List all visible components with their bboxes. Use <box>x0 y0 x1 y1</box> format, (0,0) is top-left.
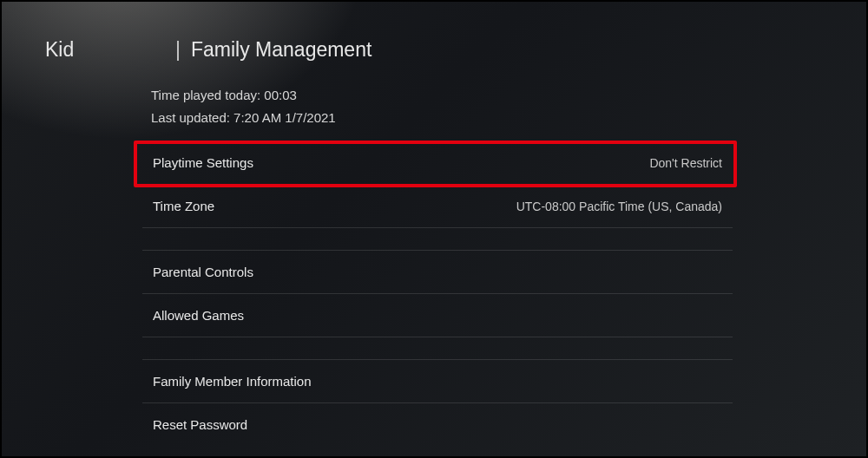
row-playtime-settings[interactable]: Playtime Settings Don't Restrict <box>142 141 733 184</box>
row-label: Playtime Settings <box>153 155 253 170</box>
section-gap <box>142 337 733 359</box>
header-user-name: Kid <box>45 38 175 62</box>
row-label: Family Member Information <box>153 374 312 389</box>
row-label: Parental Controls <box>153 265 253 279</box>
row-label: Time Zone <box>153 199 214 213</box>
time-played-label: Time played today: <box>151 88 260 102</box>
row-allowed-games[interactable]: Allowed Games <box>142 293 733 337</box>
section-gap <box>142 227 733 250</box>
row-family-member-information[interactable]: Family Member Information <box>142 359 733 402</box>
playtime-info-block: Time played today: 00:03 Last updated: 7… <box>142 79 733 141</box>
row-reset-password[interactable]: Reset Password <box>142 402 733 446</box>
row-parental-controls[interactable]: Parental Controls <box>142 250 733 293</box>
last-updated-label: Last updated: <box>151 110 230 125</box>
row-value: Don't Restrict <box>649 156 722 170</box>
row-label: Reset Password <box>153 417 247 432</box>
row-value: UTC-08:00 Pacific Time (US, Canada) <box>516 200 722 213</box>
page-header: Kid | Family Management <box>2 2 866 62</box>
time-played-line: Time played today: 00:03 <box>151 84 733 107</box>
last-updated-line: Last updated: 7:20 AM 1/7/2021 <box>151 107 733 129</box>
page-title: Family Management <box>191 38 372 62</box>
content-area: Time played today: 00:03 Last updated: 7… <box>2 62 733 446</box>
row-label: Allowed Games <box>153 308 244 323</box>
header-divider: | <box>175 38 181 62</box>
row-time-zone[interactable]: Time Zone UTC-08:00 Pacific Time (US, Ca… <box>142 184 733 227</box>
time-played-value: 00:03 <box>264 88 297 102</box>
last-updated-value: 7:20 AM 1/7/2021 <box>233 110 336 125</box>
